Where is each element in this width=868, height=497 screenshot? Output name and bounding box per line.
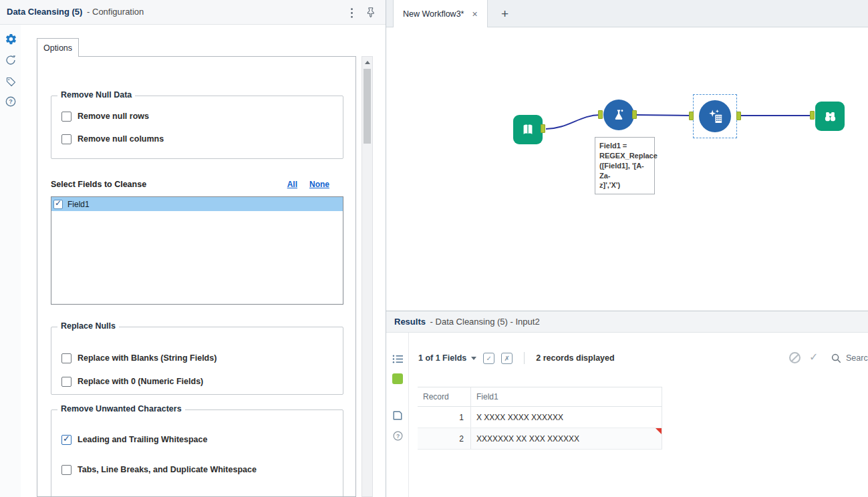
replace-blanks-checkbox-row[interactable]: Replace with Blanks (String Fields) (61, 353, 216, 363)
gear-icon[interactable] (4, 32, 17, 45)
cell-edit-icon[interactable]: ✓ (483, 353, 494, 364)
scrollbar-thumb[interactable] (364, 69, 371, 144)
tabs-breaks-checkbox-row[interactable]: Tabs, Line Breaks, and Duplicate Whitesp… (61, 464, 257, 475)
apply-check-icon[interactable]: ✓ (809, 351, 818, 363)
field-list-item[interactable]: Field1 (51, 197, 343, 211)
help-icon[interactable]: ? (4, 95, 17, 108)
formula-tool[interactable] (603, 100, 634, 130)
group-label: Remove Unwanted Characters (57, 404, 185, 413)
config-scrollbar[interactable] (361, 56, 373, 497)
fields-dropdown-label: 1 of 1 Fields (418, 353, 466, 363)
results-toolbar: 1 of 1 Fields ✓ ✗ 2 records displayed ✓ … (409, 345, 868, 371)
workflow-tab-bar: New Workflow3* × + (386, 0, 868, 27)
text-input-output-port[interactable] (541, 124, 545, 133)
browse-input-port[interactable] (810, 111, 815, 120)
configuration-header: Data Cleansing (5) - Configuration (0, 0, 386, 25)
checkbox-icon[interactable] (61, 465, 71, 475)
replace-zero-checkbox-row[interactable]: Replace with 0 (Numeric Fields) (61, 376, 203, 387)
notes-icon[interactable] (392, 409, 404, 422)
whitespace-checkbox-row[interactable]: Leading and Trailing Whitespace (61, 434, 207, 445)
formula-input-port[interactable] (598, 110, 603, 119)
field1-cell[interactable]: X XXXX XXXX XXXXXX (471, 407, 662, 428)
tab-options[interactable]: Options (37, 38, 79, 57)
results-subtitle: - Data Cleansing (5) - Input2 (430, 317, 540, 327)
results-title: Results - Data Cleansing (5) - Input2 (394, 317, 540, 327)
column-header-field1[interactable]: Field1 (471, 387, 662, 406)
results-icon-strip: ? (386, 333, 409, 497)
column-header-record[interactable]: Record (418, 387, 471, 406)
checkbox-icon[interactable] (61, 112, 71, 122)
data-cleansing-output-port[interactable] (736, 112, 741, 120)
table-row[interactable]: 2 XXXXXXX XX XXX XXXXXX (418, 428, 662, 450)
panel-subtitle: - Configuration (87, 7, 144, 17)
checkbox-label: Tabs, Line Breaks, and Duplicate Whitesp… (78, 465, 257, 474)
browse-tool[interactable] (815, 102, 845, 131)
beaker-icon (610, 106, 627, 124)
results-panel: Results - Data Cleansing (5) - Input2 ? … (386, 311, 868, 497)
green-square-icon (392, 373, 403, 384)
results-table: Record Field1 1 X XXXX XXXX XXXXXX 2 XXX… (418, 387, 662, 450)
cell-remove-icon[interactable]: ✗ (501, 353, 513, 364)
tool-name-label: Data Cleansing (5) (7, 7, 82, 17)
formula-annotation[interactable]: Field1 = REGEX_Replace ([Field1], '[A-Za… (595, 137, 655, 194)
data-cleansing-input-port[interactable] (689, 112, 694, 120)
remove-unwanted-characters-group: Remove Unwanted Characters Leading and T… (51, 409, 343, 497)
new-workflow-button[interactable]: + (492, 0, 518, 27)
field-name-label: Field1 (67, 200, 90, 209)
text-input-tool[interactable] (513, 115, 543, 144)
table-row[interactable]: 1 X XXXX XXXX XXXXXX (418, 407, 662, 428)
help-icon[interactable]: ? (392, 430, 404, 442)
book-icon (519, 120, 537, 139)
pin-icon[interactable] (364, 5, 378, 19)
checkbox-icon[interactable] (61, 134, 71, 144)
formula-output-port[interactable] (632, 110, 637, 119)
remove-null-data-group: Remove Null Data Remove null rows Remove… (51, 96, 343, 159)
sparkle-grid-icon (706, 108, 724, 126)
checkbox-icon[interactable] (61, 377, 71, 387)
search-placeholder: Search (846, 353, 868, 363)
tag-icon[interactable] (4, 75, 17, 88)
select-fields-header: Select Fields to Cleanse All None (51, 180, 343, 189)
panel-menu-icon[interactable] (347, 6, 356, 19)
select-fields-label: Select Fields to Cleanse (51, 180, 275, 189)
fields-dropdown[interactable]: 1 of 1 Fields (418, 353, 476, 363)
records-count-label: 2 records displayed (536, 353, 614, 363)
configuration-panel: Data Cleansing (5) - Configuration ? (0, 0, 386, 497)
list-view-icon[interactable] (392, 353, 404, 365)
panel-title: Data Cleansing (5) - Configuration (7, 7, 144, 17)
svg-text:?: ? (9, 98, 13, 105)
remove-null-rows-checkbox-row[interactable]: Remove null rows (61, 111, 149, 122)
results-header: Results - Data Cleansing (5) - Input2 (386, 311, 868, 333)
alteryx-designer: Data Cleansing (5) - Configuration ? (0, 0, 868, 497)
options-panel-body: Remove Null Data Remove null rows Remove… (37, 56, 356, 497)
close-icon[interactable]: × (472, 9, 477, 19)
checkbox-icon[interactable] (61, 435, 71, 445)
toolbar-left-group: 1 of 1 Fields ✓ ✗ 2 records displayed (418, 345, 615, 371)
table-header-row: Record Field1 (418, 387, 662, 407)
data-cleansing-tool[interactable] (699, 100, 731, 132)
remove-null-columns-checkbox-row[interactable]: Remove null columns (61, 134, 164, 144)
select-all-link[interactable]: All (287, 180, 297, 189)
checkbox-icon[interactable] (53, 200, 63, 209)
record-cell[interactable]: 1 (418, 407, 471, 428)
data-view-icon[interactable] (392, 373, 404, 385)
workflow-canvas[interactable]: Field1 = REGEX_Replace ([Field1], '[A-Za… (386, 27, 868, 311)
checkbox-icon[interactable] (61, 353, 71, 363)
search-input[interactable]: Search (831, 345, 868, 371)
checkbox-label: Remove null rows (78, 112, 149, 121)
record-cell[interactable]: 2 (418, 428, 471, 449)
fields-listbox[interactable]: Field1 (51, 196, 343, 305)
field1-cell-flagged[interactable]: XXXXXXX XX XXX XXXXXX (471, 428, 662, 449)
checkbox-label: Replace with 0 (Numeric Fields) (78, 377, 203, 386)
select-none-link[interactable]: None (309, 180, 329, 189)
scroll-up-arrow[interactable] (362, 57, 372, 67)
run-workflow-icon[interactable] (4, 53, 17, 67)
checkbox-label: Leading and Trailing Whitespace (78, 435, 207, 444)
replace-nulls-group: Replace Nulls Replace with Blanks (Strin… (51, 327, 343, 395)
chevron-down-icon (471, 357, 476, 360)
group-label: Replace Nulls (57, 321, 119, 331)
workflow-tab-label: New Workflow3* (403, 9, 464, 19)
tab-new-workflow3[interactable]: New Workflow3* × (393, 0, 488, 27)
block-icon[interactable] (789, 352, 801, 363)
toolbar-divider (524, 352, 525, 364)
